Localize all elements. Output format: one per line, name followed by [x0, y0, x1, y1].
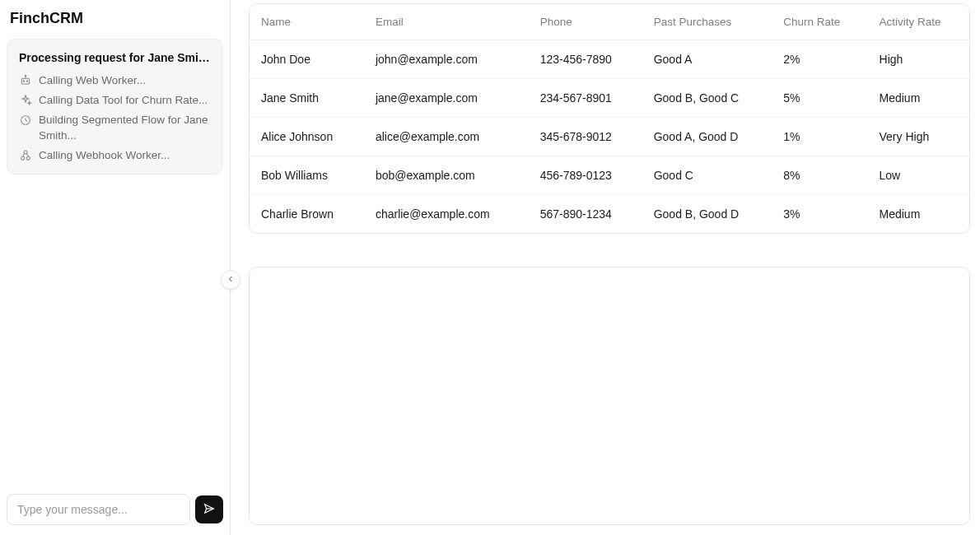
- table-row[interactable]: John Doejohn@example.com123-456-7890Good…: [250, 40, 969, 79]
- table-row[interactable]: Charlie Browncharlie@example.com567-890-…: [250, 195, 969, 234]
- col-header-phone[interactable]: Phone: [529, 4, 642, 40]
- message-input[interactable]: [7, 494, 190, 525]
- cell-churn: 1%: [772, 118, 867, 156]
- cell-activity: Very High: [868, 118, 969, 156]
- chevron-left-icon: [226, 274, 236, 286]
- send-button[interactable]: [195, 495, 223, 523]
- processing-step: Building Segmented Flow for Jane Smith..…: [19, 110, 211, 145]
- cell-email: bob@example.com: [364, 156, 529, 195]
- cell-activity: Medium: [868, 195, 969, 234]
- svg-point-3: [26, 81, 27, 81]
- collapse-sidebar-button[interactable]: [221, 270, 240, 290]
- cell-phone: 345-678-9012: [529, 118, 642, 156]
- processing-step-label: Calling Data Tool for Churn Rate...: [39, 93, 208, 108]
- svg-point-5: [21, 156, 25, 160]
- cell-purchases: Good A: [642, 40, 772, 79]
- composer: [7, 494, 223, 525]
- cell-email: john@example.com: [364, 40, 529, 79]
- cell-name: Alice Johnson: [250, 118, 364, 156]
- app-title: FinchCRM: [7, 7, 223, 39]
- cell-phone: 567-890-1234: [529, 195, 642, 234]
- cell-email: jane@example.com: [364, 79, 529, 118]
- col-header-name[interactable]: Name: [250, 4, 364, 40]
- cell-name: Charlie Brown: [250, 195, 364, 234]
- col-header-churn[interactable]: Churn Rate: [772, 4, 867, 40]
- send-icon: [203, 502, 216, 518]
- cell-churn: 2%: [772, 40, 867, 79]
- processing-step-label: Calling Webhook Worker...: [39, 148, 170, 163]
- svg-point-1: [25, 75, 26, 76]
- sidebar: FinchCRM Processing request for Jane Smi…: [0, 0, 231, 535]
- cell-activity: Low: [868, 156, 969, 195]
- cell-name: Bob Williams: [250, 156, 364, 195]
- customers-table: Name Email Phone Past Purchases Churn Ra…: [250, 4, 969, 233]
- cell-activity: High: [868, 40, 969, 79]
- sparkle-icon: [19, 94, 32, 107]
- cell-phone: 123-456-7890: [529, 40, 642, 79]
- processing-step-label: Building Segmented Flow for Jane Smith..…: [39, 113, 211, 142]
- customers-table-container: Name Email Phone Past Purchases Churn Ra…: [249, 3, 970, 234]
- processing-step: Calling Data Tool for Churn Rate...: [19, 91, 211, 110]
- col-header-email[interactable]: Email: [364, 4, 529, 40]
- table-row[interactable]: Jane Smithjane@example.com234-567-8901Go…: [250, 79, 969, 118]
- main-content: Name Email Phone Past Purchases Churn Ra…: [231, 0, 980, 535]
- detail-panel: [249, 267, 970, 525]
- cell-phone: 456-789-0123: [529, 156, 642, 195]
- cell-name: Jane Smith: [250, 79, 364, 118]
- processing-title: Processing request for Jane Smith...: [19, 51, 211, 64]
- cell-churn: 3%: [772, 195, 867, 234]
- cell-churn: 5%: [772, 79, 867, 118]
- cell-name: John Doe: [250, 40, 364, 79]
- table-row[interactable]: Bob Williamsbob@example.com456-789-0123G…: [250, 156, 969, 195]
- col-header-activity[interactable]: Activity Rate: [868, 4, 969, 40]
- svg-rect-0: [21, 78, 29, 84]
- cell-activity: Medium: [868, 79, 969, 118]
- cell-churn: 8%: [772, 156, 867, 195]
- cell-purchases: Good B, Good D: [642, 195, 772, 234]
- webhook-icon: [19, 149, 32, 162]
- bot-icon: [19, 74, 32, 87]
- cell-purchases: Good A, Good D: [642, 118, 772, 156]
- svg-point-2: [23, 81, 24, 81]
- processing-step: Calling Webhook Worker...: [19, 146, 211, 165]
- processing-step-label: Calling Web Worker...: [39, 73, 146, 88]
- cell-phone: 234-567-8901: [529, 79, 642, 118]
- table-row[interactable]: Alice Johnsonalice@example.com345-678-90…: [250, 118, 969, 156]
- processing-card: Processing request for Jane Smith... Cal…: [7, 39, 223, 174]
- cell-purchases: Good C: [642, 156, 772, 195]
- cell-email: alice@example.com: [364, 118, 529, 156]
- svg-point-6: [26, 156, 30, 160]
- clock-icon: [19, 114, 32, 127]
- cell-purchases: Good B, Good C: [642, 79, 772, 118]
- cell-email: charlie@example.com: [364, 195, 529, 234]
- processing-step: Calling Web Worker...: [19, 71, 211, 91]
- col-header-purchases[interactable]: Past Purchases: [642, 4, 772, 40]
